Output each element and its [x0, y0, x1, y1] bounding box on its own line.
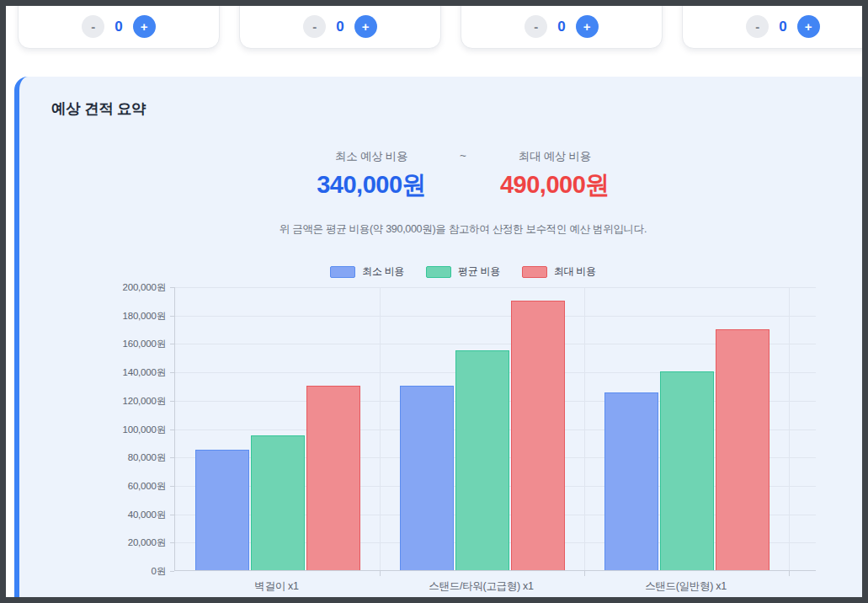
y-axis-label: 180,000원 [19, 310, 166, 323]
y-axis-tick [170, 316, 174, 317]
y-axis-label: 80,000원 [19, 451, 166, 464]
bar-min[interactable] [195, 450, 249, 570]
gridline-vertical [584, 287, 585, 570]
page-title: 예상 견적 요약 [51, 99, 862, 119]
gridline-horizontal [175, 287, 816, 288]
gridline-vertical [789, 287, 790, 570]
min-cost-block: 최소 예상 비용 340,000원 [317, 149, 426, 202]
quantity-stepper: - 0 + [746, 15, 819, 38]
bar-avg[interactable] [660, 371, 714, 570]
gridline-horizontal [175, 316, 816, 317]
y-axis-label: 60,000원 [19, 480, 166, 493]
y-axis-label: 100,000원 [19, 424, 166, 436]
y-axis-tick [170, 571, 174, 572]
legend-label: 최대 비용 [554, 264, 596, 279]
quantity-cards-row: - 0 + - 0 + - 0 + - 0 + [6, 6, 862, 49]
y-axis-label: 40,000원 [19, 509, 166, 521]
y-axis-tick [170, 457, 174, 458]
increase-button[interactable]: + [133, 15, 156, 38]
decrease-button[interactable]: - [82, 15, 104, 38]
min-cost-value: 340,000원 [317, 168, 426, 202]
y-axis-label: 160,000원 [19, 338, 166, 350]
legend-swatch-icon [330, 266, 355, 278]
max-cost-block: 최대 예상 비용 490,000원 [500, 149, 610, 202]
bar-avg[interactable] [455, 350, 509, 570]
chart-legend: 최소 비용평균 비용최대 비용 [19, 264, 862, 279]
decrease-button[interactable]: - [303, 15, 326, 38]
y-axis-label: 120,000원 [19, 395, 166, 408]
x-axis-label: 스탠드/타워(고급형) x1 [379, 579, 583, 594]
y-axis-label: 0원 [19, 565, 166, 578]
x-axis: 벽걸이 x1스탠드/타워(고급형) x1스탠드(일반형) x1 [174, 579, 816, 596]
y-axis-tick [170, 372, 174, 373]
legend-item[interactable]: 평균 비용 [426, 264, 500, 279]
chart-plot [174, 287, 816, 571]
quantity-stepper: - 0 + [303, 15, 376, 38]
quantity-value: 0 [336, 19, 343, 35]
y-axis-label: 140,000원 [19, 366, 166, 379]
legend-item[interactable]: 최소 비용 [330, 264, 404, 279]
y-axis-tick [170, 287, 174, 288]
legend-item[interactable]: 최대 비용 [522, 264, 596, 279]
quantity-card-2: - 0 + [239, 6, 441, 49]
y-axis-label: 20,000원 [19, 536, 166, 549]
quantity-card-1: - 0 + [18, 6, 220, 49]
y-axis-tick [170, 401, 174, 402]
y-axis-tick [170, 542, 174, 543]
y-axis-label: 200,000원 [19, 281, 166, 294]
y-axis-tick [170, 486, 174, 487]
max-cost-label: 최대 예상 비용 [519, 149, 591, 164]
x-axis-tick [789, 571, 790, 576]
y-axis-tick [170, 515, 174, 515]
quantity-value: 0 [779, 19, 786, 35]
bar-min[interactable] [604, 392, 658, 570]
legend-swatch-icon [522, 266, 547, 278]
min-cost-label: 최소 예상 비용 [335, 149, 407, 164]
decrease-button[interactable]: - [746, 15, 769, 38]
legend-label: 최소 비용 [362, 264, 404, 279]
quantity-value: 0 [557, 19, 565, 35]
bar-max[interactable] [716, 329, 769, 570]
cost-chart: 0원20,000원40,000원60,000원80,000원100,000원12… [19, 287, 862, 597]
y-axis-tick [170, 430, 174, 430]
budget-note: 위 금액은 평균 비용(약 390,000원)을 참고하여 산정한 보수적인 예… [19, 222, 862, 237]
bar-max[interactable] [306, 386, 360, 570]
cost-summary: 최소 예상 비용 340,000원 ~ 최대 예상 비용 490,000원 [19, 149, 862, 202]
app-viewport: - 0 + - 0 + - 0 + - 0 + [6, 6, 862, 597]
bar-min[interactable] [400, 386, 454, 570]
quantity-card-4: - 0 + [682, 6, 862, 49]
quantity-card-3: - 0 + [461, 6, 663, 49]
legend-label: 평균 비용 [458, 264, 500, 279]
increase-button[interactable]: + [797, 15, 820, 38]
window-frame: { "quantity_section": { "cards": [ {"val… [0, 0, 868, 603]
y-axis: 0원20,000원40,000원60,000원80,000원100,000원12… [19, 287, 166, 571]
legend-swatch-icon [426, 266, 451, 278]
bar-max[interactable] [511, 301, 565, 570]
estimate-summary-card: 예상 견적 요약 최소 예상 비용 340,000원 ~ 최대 예상 비용 49… [14, 77, 862, 597]
gridline-vertical [380, 287, 381, 570]
increase-button[interactable]: + [354, 15, 377, 38]
y-axis-tick [170, 344, 174, 344]
bar-avg[interactable] [251, 435, 305, 570]
x-axis-label: 벽걸이 x1 [174, 579, 379, 594]
tilde-separator: ~ [448, 149, 478, 162]
quantity-stepper: - 0 + [525, 15, 598, 38]
x-axis-label: 스탠드(일반형) x1 [583, 579, 788, 594]
max-cost-value: 490,000원 [500, 168, 610, 202]
x-axis-tick [380, 571, 381, 576]
increase-button[interactable]: + [576, 15, 599, 38]
quantity-value: 0 [114, 19, 122, 35]
quantity-stepper: - 0 + [82, 15, 155, 38]
x-axis-tick [584, 571, 585, 576]
decrease-button[interactable]: - [525, 15, 547, 38]
